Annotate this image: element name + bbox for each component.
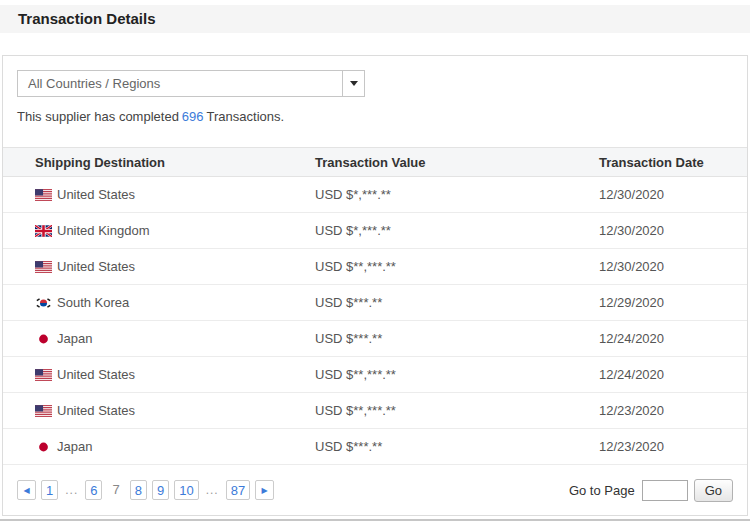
table-row: United States USD $*,***.** 12/30/2020 [3,177,747,213]
pagination-next-button[interactable]: ▶ [255,480,274,500]
transaction-date: 12/23/2020 [599,403,747,418]
table-row: Japan USD $***.** 12/24/2020 [3,321,747,357]
country-label: United States [57,259,135,274]
country-label: United Kingdom [57,223,150,238]
country-filter-value: All Countries / Regions [18,71,364,96]
table-header-row: Shipping Destination Transaction Value T… [3,147,747,177]
pagination-page-8[interactable]: 8 [130,480,147,500]
country-label: United States [57,187,135,202]
transaction-count-link[interactable]: 696 [182,109,204,124]
transaction-date: 12/24/2020 [599,367,747,382]
transactions-table: Shipping Destination Transaction Value T… [3,147,747,465]
country-label: South Korea [57,295,129,310]
summary-suffix: Transactions. [207,109,285,124]
table-row: United States USD $**,***.** 12/24/2020 [3,357,747,393]
kr-flag-icon [35,297,52,309]
pagination-current-page: 7 [107,480,124,500]
country-label: United States [57,367,135,382]
transaction-date: 12/29/2020 [599,295,747,310]
transaction-value: USD $***.** [315,439,599,454]
column-header-shipping-destination: Shipping Destination [35,155,315,170]
pagination-ellipsis: ... [204,483,221,497]
column-header-transaction-date: Transaction Date [599,155,747,170]
transaction-value: USD $**,***.** [315,403,599,418]
table-row: Japan USD $***.** 12/23/2020 [3,429,747,465]
transactions-panel: All Countries / Regions This supplier ha… [2,55,748,516]
transactions-summary: This supplier has completed696Transactio… [17,108,733,126]
pagination-page-6[interactable]: 6 [85,480,102,500]
next-arrow-icon: ▶ [262,486,268,495]
summary-prefix: This supplier has completed [17,109,179,124]
page-title: Transaction Details [0,5,750,33]
country-label: Japan [57,331,92,346]
transaction-date: 12/23/2020 [599,439,747,454]
transaction-date: 12/24/2020 [599,331,747,346]
prev-arrow-icon: ◀ [23,486,29,495]
transaction-date: 12/30/2020 [599,259,747,274]
transaction-details-page: Transaction Details All Countries / Regi… [0,0,750,522]
pagination-page-9[interactable]: 9 [152,480,169,500]
country-label: Japan [57,439,92,454]
country-label: United States [57,403,135,418]
pagination-page-10[interactable]: 10 [174,480,198,500]
table-row: United States USD $**,***.** 12/23/2020 [3,393,747,429]
goto-page-label: Go to Page [569,483,635,498]
transaction-value: USD $*,***.** [315,187,599,202]
transaction-value: USD $*,***.** [315,223,599,238]
transaction-value: USD $**,***.** [315,367,599,382]
jp-flag-icon [35,333,52,345]
bottom-divider [0,519,750,521]
pagination-ellipsis: ... [63,483,80,497]
jp-flag-icon [35,441,52,453]
transaction-value: USD $***.** [315,295,599,310]
us-flag-icon [35,189,52,201]
us-flag-icon [35,369,52,381]
transaction-value: USD $***.** [315,331,599,346]
title-bar: Transaction Details [0,5,750,33]
country-filter-dropdown[interactable]: All Countries / Regions [17,70,365,97]
transaction-value: USD $**,***.** [315,259,599,274]
chevron-down-icon[interactable] [342,71,364,96]
pagination-bar: ◀ 1 ... 6 7 8 9 10 ... 87 ▶ Go to Page G… [3,465,747,515]
transaction-date: 12/30/2020 [599,187,747,202]
go-button[interactable]: Go [694,479,733,502]
goto-page-group: Go to Page Go [569,479,733,502]
transaction-date: 12/30/2020 [599,223,747,238]
goto-page-input[interactable] [642,480,688,501]
pagination-prev-button[interactable]: ◀ [17,480,36,500]
column-header-transaction-value: Transaction Value [315,155,599,170]
us-flag-icon [35,261,52,273]
table-row: South Korea USD $***.** 12/29/2020 [3,285,747,321]
table-row: United Kingdom USD $*,***.** 12/30/2020 [3,213,747,249]
pagination-page-1[interactable]: 1 [41,480,58,500]
table-row: United States USD $**,***.** 12/30/2020 [3,249,747,285]
uk-flag-icon [35,225,52,237]
pagination-page-87[interactable]: 87 [226,480,250,500]
us-flag-icon [35,405,52,417]
